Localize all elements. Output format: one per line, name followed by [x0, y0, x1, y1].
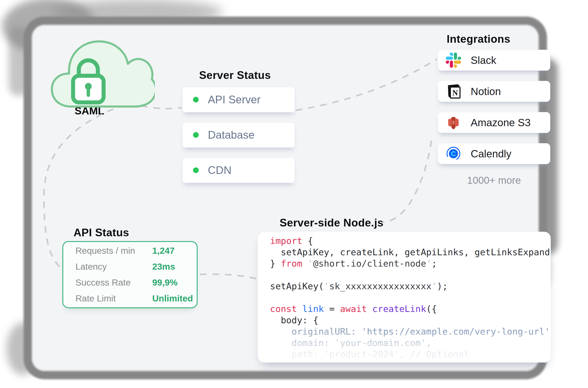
code-token: {: [302, 236, 313, 246]
api-status-row-value: 23ms: [152, 262, 175, 272]
code-token: ': [302, 258, 313, 269]
code-line: domain: 'your-domain.com',: [270, 337, 551, 349]
api-status-row: Rate LimitUnlimited: [76, 293, 197, 304]
integration-label: Amazone S3: [471, 117, 531, 129]
api-status-row-label: Requests / min: [76, 246, 152, 256]
integration-card: NNotion: [438, 81, 550, 102]
status-dot-icon: [193, 168, 199, 173]
integration-label: Notion: [471, 85, 501, 97]
integration-card: Amazone S3: [438, 112, 550, 133]
code-snippet-panel: import { setApiKey, createLink, getApiLi…: [258, 232, 551, 363]
code-token: import: [270, 236, 302, 246]
code-line: setApiKey, createLink, getApiLinks, getL…: [270, 246, 551, 258]
server-status-label: Database: [208, 129, 255, 141]
code-token: =: [324, 304, 340, 314]
code-token: createLink: [367, 304, 426, 314]
api-status-row: Success Rate99,9%: [76, 277, 197, 288]
code-token: originalURL:: [270, 326, 362, 337]
code-line: [270, 269, 551, 281]
code-line: const link = await createLink({: [270, 303, 551, 315]
code-token: ;: [432, 258, 437, 269]
svg-text:C: C: [451, 150, 456, 158]
integrations-title: Integrations: [447, 33, 510, 45]
code-token: path: 'product-2024', // Optional: [270, 349, 469, 360]
code-token: ({: [426, 304, 437, 314]
code-line: originalURL: 'https://example.com/very-l…: [270, 326, 551, 337]
code-line: import {: [270, 235, 551, 246]
code-token: body: {: [270, 315, 318, 325]
code-token: link: [297, 304, 324, 314]
code-token: setApiKey, createLink, getApiLinks, getL…: [270, 247, 550, 257]
integration-card: Slack: [438, 50, 550, 71]
code-panel-title: Server-side Node.js: [280, 217, 383, 229]
integration-label: Slack: [471, 54, 496, 66]
server-status-card: API Server: [182, 87, 295, 113]
code-line: [270, 292, 551, 303]
api-status-panel: Requests / min1,247Latency23msSuccess Ra…: [62, 241, 198, 308]
api-status-title: API Status: [74, 226, 129, 239]
code-token: setApiKey(: [270, 281, 324, 291]
code-line: body: {: [270, 315, 551, 326]
code-token: from: [281, 258, 302, 269]
integrations-list: SlackNNotionAmazone S3CCalendly: [438, 50, 550, 164]
server-status-card: Database: [182, 122, 295, 148]
server-status-label: CDN: [208, 164, 231, 177]
status-dot-icon: [193, 97, 199, 102]
api-status-row-label: Rate Limit: [76, 293, 152, 304]
notion-icon: N: [446, 84, 461, 99]
api-status-row: Requests / min1,247: [76, 246, 197, 256]
api-status-row-label: Latency: [76, 262, 152, 272]
server-status-list: API ServerDatabaseCDN: [182, 87, 295, 183]
api-status-row: Latency23ms: [76, 262, 197, 272]
code-line: setApiKey('sk_xxxxxxxxxxxxxxxx');: [270, 281, 551, 292]
code-token: );: [437, 281, 448, 291]
code-token: const: [270, 304, 297, 314]
integrations-more-label: 1000+ more: [438, 174, 550, 186]
code-token: @short.io/client-node: [313, 258, 426, 269]
api-status-row-value: 1,247: [152, 246, 175, 256]
code-line: } from '@short.io/client-node';: [270, 258, 551, 269]
code-token: }: [270, 258, 281, 269]
api-status-row-label: Success Rate: [76, 277, 152, 288]
server-status-title: Server Status: [199, 69, 271, 81]
code-token: await: [340, 304, 367, 314]
svg-text:N: N: [452, 89, 458, 97]
api-status-row-value: 99,9%: [152, 277, 178, 288]
lock-icon: [67, 53, 109, 107]
code-token: sk_xxxxxxxxxxxxxxxx: [329, 281, 432, 291]
server-status-card: CDN: [182, 157, 295, 183]
api-status-row-value: Unlimited: [152, 293, 193, 304]
slack-icon: [446, 52, 461, 68]
calendly-icon: C: [446, 146, 461, 161]
integration-label: Calendly: [471, 148, 511, 160]
connector-api-server-to-slack: [296, 59, 437, 110]
integration-card: CCalendly: [438, 143, 550, 164]
code-token: 'https://example.com/very-long-url': [362, 326, 550, 337]
code-token: ': [324, 281, 329, 291]
code-token: ': [432, 281, 437, 291]
illustration-canvas: SAML Server Status API ServerDatabaseCDN…: [0, 0, 588, 388]
code-token: ,: [550, 326, 551, 337]
connector-calendly-to-code: [383, 141, 431, 222]
code-line: path: 'product-2024', // Optional: [270, 349, 551, 360]
server-status-label: API Server: [208, 93, 261, 106]
amazon-s3-icon: [446, 115, 461, 130]
status-dot-icon: [193, 132, 199, 138]
code-token: domain: 'your-domain.com',: [270, 338, 432, 348]
code-token: ': [426, 258, 432, 269]
